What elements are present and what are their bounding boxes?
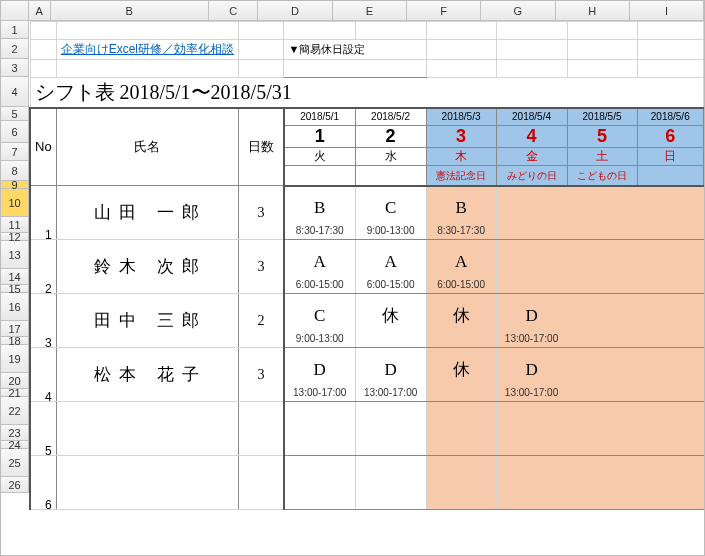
cell[interactable]: 松 本 花 子 [56, 348, 238, 402]
cell[interactable] [426, 492, 496, 510]
cell[interactable] [56, 402, 238, 456]
rowhdr-24[interactable]: 24 [1, 441, 29, 449]
colhdr-H[interactable]: H [556, 1, 630, 20]
cell[interactable]: B [284, 194, 355, 222]
cell[interactable] [567, 240, 637, 248]
cell[interactable]: 2018/5/1 [284, 108, 355, 126]
rowhdr-25[interactable]: 25 [1, 449, 29, 477]
cell[interactable] [426, 410, 496, 438]
cell[interactable] [637, 240, 704, 248]
cell[interactable] [567, 356, 637, 384]
rowhdr-7[interactable]: 7 [1, 143, 29, 161]
cell[interactable] [637, 464, 704, 492]
cell[interactable]: 13:00-17:00 [496, 384, 567, 402]
cell[interactable] [496, 410, 567, 438]
rowhdr-5[interactable]: 5 [1, 107, 29, 121]
cell[interactable]: 2018/5/4 [496, 108, 567, 126]
rowhdr-3[interactable]: 3 [1, 59, 29, 77]
cell[interactable]: 9:00-13:00 [355, 222, 426, 240]
rowhdr-13[interactable]: 13 [1, 241, 29, 269]
cell[interactable] [637, 40, 704, 60]
cell[interactable] [355, 492, 426, 510]
cell[interactable] [637, 384, 704, 402]
cell[interactable] [567, 294, 637, 302]
cell[interactable]: D [284, 356, 355, 384]
cell[interactable] [56, 22, 238, 40]
colhdr-D[interactable]: D [258, 1, 332, 20]
cell[interactable] [637, 492, 704, 510]
rowhdr-12[interactable]: 12 [1, 233, 29, 241]
cell[interactable] [496, 22, 567, 40]
rowhdr-18[interactable]: 18 [1, 337, 29, 345]
cell[interactable] [567, 186, 637, 194]
cell[interactable] [567, 402, 637, 410]
cell[interactable]: D [355, 356, 426, 384]
cell[interactable]: シフト表 2018/5/1〜2018/5/31 [30, 78, 704, 108]
colhdr-G[interactable]: G [481, 1, 555, 20]
cell[interactable]: 6:00-15:00 [284, 276, 355, 294]
cell[interactable] [637, 166, 704, 186]
cell[interactable] [426, 294, 496, 302]
cell[interactable] [567, 384, 637, 402]
holiday-dropdown[interactable]: ▼簡易休日設定 [288, 43, 365, 55]
cell[interactable] [284, 464, 355, 492]
cell[interactable]: 13:00-17:00 [284, 384, 355, 402]
cell[interactable] [637, 438, 704, 456]
cell[interactable] [355, 464, 426, 492]
rowhdr-26[interactable]: 26 [1, 477, 29, 493]
cell[interactable] [355, 410, 426, 438]
cell[interactable]: 3 [238, 186, 283, 240]
cell[interactable] [637, 186, 704, 194]
cell[interactable]: B [426, 194, 496, 222]
cell[interactable]: 火 [284, 148, 355, 166]
cell[interactable] [56, 456, 238, 510]
cell[interactable] [496, 240, 567, 248]
cell[interactable]: 田 中 三 郎 [56, 294, 238, 348]
cell[interactable] [567, 22, 637, 40]
cell[interactable] [496, 194, 567, 222]
cell[interactable]: 山 田 一 郎 [56, 186, 238, 240]
cell[interactable]: D [496, 356, 567, 384]
cell[interactable] [567, 492, 637, 510]
cell[interactable] [355, 166, 426, 186]
cell[interactable] [567, 248, 637, 276]
colhdr-I[interactable]: I [630, 1, 704, 20]
cell[interactable]: C [284, 302, 355, 330]
rowhdr-21[interactable]: 21 [1, 389, 29, 397]
cell[interactable] [355, 240, 426, 248]
cell[interactable] [496, 186, 567, 194]
cell[interactable] [426, 330, 496, 348]
cell[interactable] [355, 438, 426, 456]
cell[interactable] [30, 40, 56, 60]
cell[interactable] [567, 464, 637, 492]
cell[interactable] [30, 22, 56, 40]
cell[interactable] [567, 330, 637, 348]
cell[interactable] [284, 166, 355, 186]
cell[interactable]: 9:00-13:00 [284, 330, 355, 348]
rowhdr-10[interactable]: 10 [1, 189, 29, 217]
cell[interactable] [284, 410, 355, 438]
cell[interactable]: 2018/5/6 [637, 108, 704, 126]
cell[interactable]: 憲法記念日 [426, 166, 496, 186]
rowhdr-15[interactable]: 15 [1, 285, 29, 293]
cell[interactable] [496, 276, 567, 294]
cell[interactable] [284, 60, 426, 78]
cell[interactable]: 6:00-15:00 [426, 276, 496, 294]
cell[interactable]: 氏名 [56, 108, 238, 186]
cell[interactable] [238, 402, 283, 456]
cell[interactable] [496, 348, 567, 356]
rowhdr-22[interactable]: 22 [1, 397, 29, 425]
cell[interactable]: 日数 [238, 108, 283, 186]
colhdr-B[interactable]: B [51, 1, 209, 20]
cell[interactable]: D [496, 302, 567, 330]
cell[interactable]: 鈴 木 次 郎 [56, 240, 238, 294]
cell[interactable]: 木 [426, 148, 496, 166]
cell[interactable] [426, 464, 496, 492]
cell[interactable] [496, 222, 567, 240]
cell[interactable] [284, 294, 355, 302]
cell[interactable]: ▼簡易休日設定 [284, 40, 426, 60]
cell[interactable]: 2018/5/5 [567, 108, 637, 126]
rowhdr-9[interactable]: 9 [1, 181, 29, 189]
cell[interactable]: A [355, 248, 426, 276]
cell[interactable]: 8:30-17:30 [284, 222, 355, 240]
